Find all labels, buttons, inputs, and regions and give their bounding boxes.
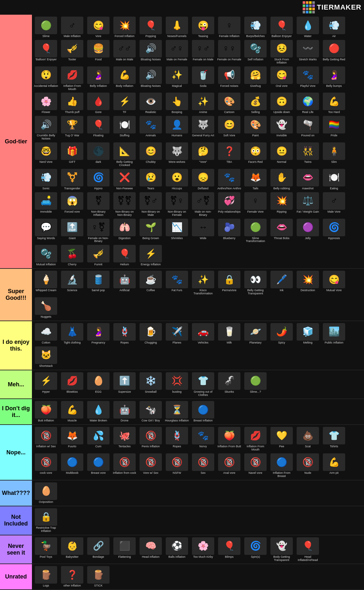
list-item[interactable]: 🤗Givehug	[243, 66, 268, 88]
list-item[interactable]: 💥Ripping	[269, 192, 294, 214]
list-item[interactable]: ⚧⚧Non-Binary on Non-Binary	[112, 192, 137, 217]
list-item[interactable]: 🖊️Ink	[269, 270, 294, 293]
list-item[interactable]: 💧Water	[295, 16, 321, 39]
list-item[interactable]: 😱Forced vore	[59, 192, 85, 214]
list-item[interactable]: 🤖Artificial	[112, 270, 137, 293]
list-item[interactable]: 🔵Breast vore	[86, 453, 111, 475]
list-item[interactable]: 🐾Anthro/Non Anthro	[216, 168, 242, 191]
list-item[interactable]: ⚧♂Non-Binary on Male	[138, 192, 163, 217]
list-item[interactable]: 🏳️‍🌈Pride	[321, 115, 347, 138]
list-item[interactable]: 🐄Cow Girl / Boy	[138, 400, 163, 423]
list-item[interactable]: ⚡TF	[112, 92, 137, 115]
list-item[interactable]: 👗Tight clothing	[59, 322, 85, 345]
list-item[interactable]: ✨Anime	[190, 92, 216, 115]
list-item[interactable]: 👻Invisible	[269, 115, 294, 138]
list-item[interactable]: 🪐Planetary	[243, 322, 268, 345]
list-item[interactable]: 🥚Oviposition	[33, 482, 59, 504]
list-item[interactable]: 🤰Pregnancy	[86, 322, 111, 345]
list-item[interactable]: 🎁GIFT	[59, 142, 85, 164]
list-item[interactable]: 🪢Ropes	[112, 322, 137, 345]
list-item[interactable]: 🙃Upside down	[269, 92, 294, 115]
list-item[interactable]: ♀️Female Vore	[243, 192, 268, 214]
list-item[interactable]: 🎈Floating	[86, 115, 111, 138]
list-item[interactable]: 👄mawshot	[295, 168, 321, 191]
list-item[interactable]: 🐾Playful Vore	[295, 66, 321, 88]
list-item[interactable]: 🔞Nude	[295, 453, 321, 475]
list-item[interactable]: ⬛Flattening	[112, 537, 137, 559]
list-item[interactable]: 🍽️Stuffing	[112, 115, 137, 138]
list-item[interactable]: 🟢Slime Transformation	[243, 218, 268, 244]
list-item[interactable]: 📢Forced noises	[216, 66, 242, 88]
list-item[interactable]: 😳Face's Red	[243, 142, 268, 164]
list-item[interactable]: 🚗Vehicles	[190, 322, 216, 345]
list-item[interactable]: 🔞Penis Inflation	[138, 426, 163, 449]
list-item[interactable]: 🔬Science	[59, 270, 85, 293]
list-item[interactable]: 🌍Real Life	[295, 92, 321, 115]
list-item[interactable]: 😐Normal	[269, 142, 294, 164]
list-item[interactable]: 🔒Restrictive Trap Inflation	[33, 508, 59, 533]
list-item[interactable]: 💰Selling	[243, 92, 268, 115]
list-item[interactable]: 🎈Head Inflated/Airhead	[295, 537, 321, 563]
list-item[interactable]: 👄Throat Bobs	[269, 218, 294, 241]
list-item[interactable]: 🐺Were-wolves	[164, 142, 190, 164]
list-item[interactable]: 👯Twins	[295, 142, 321, 164]
list-item[interactable]: ⚧Non-Binary Inflation	[86, 192, 111, 217]
list-item[interactable]: ↔️Wide	[190, 218, 216, 241]
list-item[interactable]: ♀️♂️Female on Male	[190, 39, 216, 62]
list-item[interactable]: 🫧Mutual Inflation	[33, 244, 59, 267]
list-item[interactable]: 🧠Head inflation	[138, 537, 163, 559]
list-item[interactable]: 📐Belly Getting Crooked	[112, 142, 137, 168]
list-item[interactable]: 🔴Belly Getting Red	[321, 39, 347, 62]
list-item[interactable]: 🫧Self Inflation	[243, 39, 268, 62]
list-item[interactable]: 💪Too Hard	[321, 92, 347, 115]
list-item[interactable]: 🎨Cartoon	[216, 92, 242, 115]
list-item[interactable]: 💨Air	[321, 16, 347, 39]
list-item[interactable]: 🛢️barrel pop	[86, 270, 111, 293]
list-item[interactable]: 🐾Fat Furs	[164, 270, 190, 293]
list-item[interactable]: 👕Growing out of Clothes	[190, 372, 216, 397]
list-item[interactable]: 💥Forced Inflation	[112, 16, 137, 39]
list-item[interactable]: 🎺Funnit	[86, 244, 111, 267]
list-item[interactable]: 👁️Realistic	[138, 92, 163, 115]
list-item[interactable]: 🔵Breast Inflation	[190, 400, 216, 423]
list-item[interactable]: ♂️♂️Male on Male	[112, 39, 137, 62]
list-item[interactable]: 😜Teasing	[190, 16, 216, 39]
list-item[interactable]: 🔒PermaVore	[216, 270, 242, 293]
list-item[interactable]: 🎈Popping	[138, 16, 163, 39]
list-item[interactable]: 🌸Flower	[33, 92, 59, 115]
list-item[interactable]: 🦊Fuurto	[59, 426, 85, 449]
list-item[interactable]: 🥛Milk	[216, 322, 242, 345]
list-item[interactable]: 😋Oral vore	[269, 66, 294, 88]
list-item[interactable]: 👤Humans	[164, 115, 190, 138]
list-item[interactable]: 🪵STICK	[86, 565, 111, 588]
list-item[interactable]: 🟣Jelly	[295, 218, 321, 241]
list-item[interactable]: 💋Inflation From Mouth	[59, 66, 85, 92]
list-item[interactable]: ❄️Snowball	[138, 372, 163, 394]
list-item[interactable]: 💦Cum	[86, 426, 111, 449]
list-item[interactable]: 🥚EGG	[86, 372, 111, 394]
list-item[interactable]: 💨Burps/Belches	[243, 16, 268, 39]
list-item[interactable]: 🤔"Vore"	[190, 142, 216, 164]
list-item[interactable]: 🔞Anal vore	[216, 453, 242, 475]
list-item[interactable]: ♂️♀️Male on Female	[164, 39, 190, 62]
list-item[interactable]: 👆Booping	[164, 92, 190, 115]
list-item[interactable]: 🍒Cherry	[59, 244, 85, 267]
list-item[interactable]: 🤖Drone	[112, 400, 137, 423]
list-item[interactable]: 🌀Spin(s)	[243, 537, 268, 559]
list-item[interactable]: 🔝Giant	[59, 218, 85, 241]
list-item[interactable]: ♀️♀️Female on Female	[216, 39, 242, 62]
list-item[interactable]: ✋Belly rubbing	[269, 168, 294, 191]
list-item[interactable]: ♀️Female Inflation	[216, 16, 242, 39]
list-item[interactable]: 😲Accidental Inflation	[33, 66, 59, 88]
list-item[interactable]: 🐱Shortstack	[33, 346, 59, 368]
list-item[interactable]: ✨Magical	[164, 66, 190, 88]
list-item[interactable]: ✈️Planes	[164, 322, 190, 345]
list-item[interactable]: 🦊Tails	[243, 168, 268, 191]
list-item[interactable]: 🎈Balloon Enjoyer	[269, 16, 294, 39]
list-item[interactable]: ♂⚧Male on non-Binary	[190, 192, 216, 217]
list-item[interactable]: 〰️Stretch Marks	[295, 39, 321, 62]
list-item[interactable]: ⚖️Fat / Weight Gain	[295, 192, 321, 214]
list-item[interactable]: 🤓Nerd Vore	[33, 142, 59, 164]
list-item[interactable]: 💩Scat	[295, 426, 321, 449]
list-item[interactable]: 🔞Vore w/ Sex	[138, 453, 163, 475]
